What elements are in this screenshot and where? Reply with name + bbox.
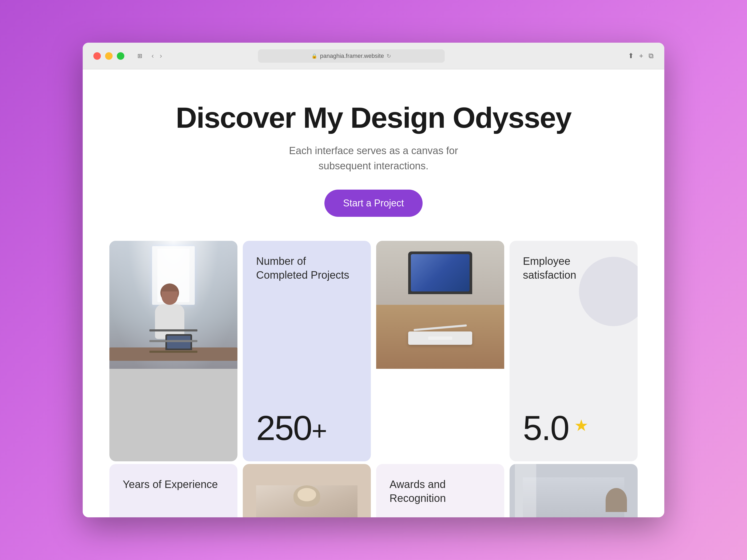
star-icon: ★ (574, 416, 589, 435)
tabs-icon[interactable]: ⧉ (648, 52, 654, 60)
reload-icon[interactable]: ↻ (387, 53, 391, 59)
card-completed-projects: Number of Completed Projects 250+ (243, 241, 371, 461)
browser-window: ⊞ ‹ › 🔒 panaghia.framer.website ↻ ⬆ + ⧉ … (83, 43, 664, 517)
back-button[interactable]: ‹ (150, 50, 156, 61)
new-tab-icon[interactable]: + (639, 52, 643, 60)
laptop-photo-bg (376, 241, 504, 369)
hero-section: Discover My Design Odyssey Each interfac… (83, 69, 664, 238)
satisfaction-value-row: 5.0 ★ (523, 411, 624, 445)
card-photo-2 (510, 464, 638, 517)
cta-button[interactable]: Start a Project (325, 190, 422, 217)
card-years-experience: Years of Experience (109, 464, 237, 517)
card-image-2 (243, 464, 371, 517)
browser-chrome: ⊞ ‹ › 🔒 panaghia.framer.website ↻ ⬆ + ⧉ (83, 43, 664, 69)
hero-subtitle: Each interface serves as a canvas for su… (280, 143, 467, 174)
close-button[interactable] (93, 52, 101, 60)
card-employee-satisfaction: Employee satisfaction 5.0 ★ (510, 241, 638, 461)
forward-button[interactable]: › (158, 50, 164, 61)
card-photo-laptop (376, 241, 504, 461)
nav-buttons: ‹ › (150, 50, 163, 61)
bottom-row: Years of Experience Awards and Recogniti… (83, 464, 664, 517)
maximize-button[interactable] (117, 52, 124, 60)
toolbar-right: ⬆ + ⧉ (628, 52, 654, 60)
page-content: Discover My Design Odyssey Each interfac… (83, 69, 664, 517)
card-photo-woman (109, 241, 237, 461)
share-icon[interactable]: ⬆ (628, 52, 634, 60)
card-awards: Awards and Recognition (376, 464, 504, 517)
traffic-lights (93, 52, 124, 60)
sidebar-toggle-icon[interactable]: ⊞ (135, 51, 145, 61)
awards-label: Awards and Recognition (389, 478, 446, 504)
hero-title: Discover My Design Odyssey (99, 101, 648, 134)
years-experience-label: Years of Experience (123, 478, 218, 490)
photo-2-bg (523, 477, 624, 517)
stats-grid: Number of Completed Projects 250+ (83, 238, 664, 464)
completed-projects-value: 250+ (256, 411, 358, 445)
image-2-bg (256, 485, 358, 517)
satisfaction-value: 5.0 (523, 411, 569, 445)
woman-photo-bg (109, 241, 237, 369)
completed-projects-label: Number of Completed Projects (256, 254, 358, 282)
lock-icon: 🔒 (311, 53, 317, 59)
address-bar[interactable]: 🔒 panaghia.framer.website ↻ (258, 49, 445, 63)
minimize-button[interactable] (105, 52, 112, 60)
url-text: panaghia.framer.website (320, 53, 384, 59)
